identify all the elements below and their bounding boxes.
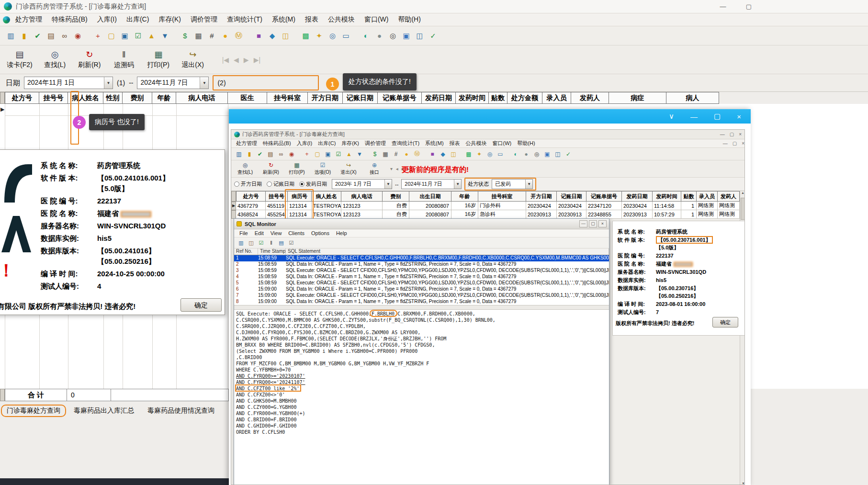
sql-log-row[interactable]: 1 15:08:59 SQL Execute: ORACLE - SELECT … <box>234 255 609 261</box>
menu-item[interactable]: 处方管理 <box>233 139 260 147</box>
toolbar-icon[interactable]: # <box>391 149 401 159</box>
toolbar-icon[interactable]: ▼ <box>355 149 364 159</box>
ok-button[interactable]: 确定 <box>712 317 738 327</box>
menu-item[interactable]: 查询统计(T) <box>389 139 422 147</box>
maximize-icon[interactable]: ▢ <box>714 112 721 121</box>
action-button[interactable]: ▦ 打印(P) <box>287 162 307 176</box>
toolbar-icon[interactable]: ▲ <box>146 30 158 42</box>
toolbar-icon[interactable]: ▦ <box>381 149 390 159</box>
toolbar-icon[interactable]: ● <box>521 149 531 159</box>
dropdown-caret-icon[interactable]: ▼ <box>384 180 392 189</box>
minimize-icon[interactable]: — <box>690 113 698 121</box>
close-icon[interactable]: × <box>742 141 744 146</box>
sql-log-row[interactable]: 6 15:09:00 SQL Data In: ORACLE - Param =… <box>234 286 609 293</box>
action-button[interactable]: ↻ 刷新(R) <box>78 50 101 69</box>
toolbar-icon[interactable]: ☑ <box>257 239 265 247</box>
toolbar-icon[interactable]: + <box>302 149 312 159</box>
bottom-tab[interactable]: 门诊毒麻处方查询 <box>1 405 66 417</box>
date-from-dropdown[interactable]: 2023年 1月 7日 ▼ <box>332 179 392 189</box>
toolbar-icon[interactable]: ✦ <box>474 149 484 159</box>
sql-log-row[interactable]: 7 15:09:00 SQL Execute: ORACLE - SELECT … <box>234 293 609 299</box>
menu-item[interactable]: 库存(K) <box>154 14 185 25</box>
toolbar-icon[interactable]: ‖ <box>267 239 275 247</box>
menu-item[interactable]: 报表 <box>301 14 323 25</box>
action-button[interactable]: ▦ 打印(P) <box>147 50 170 69</box>
record-nav-arrow-icon[interactable]: |◀ <box>222 56 229 64</box>
toolbar-icon[interactable]: ◐ <box>511 149 520 159</box>
maximize-icon[interactable]: ▢ <box>589 220 597 227</box>
date-type-radio[interactable]: 开方日期 <box>234 180 262 188</box>
toolbar-icon[interactable]: $ <box>370 149 380 159</box>
menu-item[interactable]: 出库(C) <box>315 139 338 147</box>
menu-item[interactable]: 系统(M) <box>422 139 447 147</box>
bottom-tab[interactable]: 毒麻药品出入库汇总 <box>68 405 140 417</box>
menu-item[interactable]: 帮助(H) <box>394 14 425 25</box>
toolbar-icon[interactable]: ◆ <box>266 30 278 42</box>
date-to-dropdown[interactable]: 2024年11月 7日 ▼ <box>401 179 462 189</box>
toolbar-icon[interactable]: ▤ <box>277 239 285 247</box>
toolbar-icon[interactable]: ∞ <box>58 30 70 42</box>
toolbar-icon[interactable]: ▢ <box>313 149 322 159</box>
toolbar-icon[interactable]: ▭ <box>340 30 352 42</box>
sql-log-row[interactable]: 3 15:08:59 SQL Execute: ORACLE - SELECT … <box>234 268 609 274</box>
toolbar-icon[interactable]: ▭ <box>496 149 505 159</box>
toolbar-icon[interactable]: ✦ <box>313 30 325 42</box>
toolbar-icon[interactable]: ▼ <box>159 30 171 42</box>
toolbar-icon[interactable]: ▤ <box>45 30 57 42</box>
toolbar-icon[interactable]: ◫ <box>449 149 458 159</box>
maximize-icon[interactable]: ▢ <box>733 141 737 146</box>
toolbar-icon[interactable]: ☑ <box>334 149 343 159</box>
toolbar-icon[interactable]: ▣ <box>400 30 412 42</box>
action-button[interactable]: ↪ 退出(X) <box>338 162 359 176</box>
toolbar-icon[interactable]: ◉ <box>287 149 296 159</box>
toolbar-icon[interactable]: # <box>206 30 218 42</box>
close-icon[interactable]: × <box>739 132 742 137</box>
toolbar-icon[interactable]: ☑ <box>287 239 295 247</box>
toolbar-icon[interactable]: ◎ <box>327 30 338 42</box>
dropdown-caret-icon[interactable]: ▼ <box>200 77 208 89</box>
menu-item[interactable]: File <box>236 230 251 237</box>
toolbar-icon[interactable]: ✓ <box>564 149 573 159</box>
action-button[interactable]: ‖ 追溯码 <box>112 50 136 69</box>
dropdown-caret-icon[interactable]: ▼ <box>104 77 113 89</box>
menu-item[interactable]: 查询统计(T) <box>223 14 267 25</box>
toolbar-icon[interactable]: ▥ <box>234 149 244 159</box>
toolbar-icon[interactable]: ▥ <box>237 239 245 247</box>
menu-item[interactable]: Edit <box>251 230 267 237</box>
toolbar-icon[interactable]: + <box>92 30 104 42</box>
toolbar-icon[interactable]: ● <box>373 30 385 42</box>
action-button[interactable]: ↻ 刷新(R) <box>261 162 281 176</box>
menu-item[interactable]: Options <box>308 230 333 237</box>
splitter[interactable] <box>234 305 609 310</box>
close-icon[interactable]: × <box>598 220 607 227</box>
minimize-icon[interactable]: — <box>579 220 587 227</box>
menu-item[interactable]: 调价管理 <box>362 139 389 147</box>
dropdown-caret-icon[interactable]: ▼ <box>454 180 461 189</box>
toolbar-icon[interactable]: ▲ <box>344 149 354 159</box>
toolbar-icon[interactable]: ▮ <box>245 149 254 159</box>
toolbar-icon[interactable]: ■ <box>253 30 265 42</box>
date-type-radio[interactable]: 记账日期 <box>267 180 294 188</box>
toolbar-icon[interactable]: $ <box>179 30 191 42</box>
action-button[interactable]: ◎ 查找(L) <box>43 50 67 69</box>
toolbar-icon[interactable]: ▣ <box>542 149 552 159</box>
record-nav-arrow-icon[interactable]: ▶ <box>244 56 249 64</box>
sql-log-row[interactable]: 5 15:08:59 SQL Execute: ORACLE - SELECT … <box>234 280 609 286</box>
menu-item[interactable]: 调价管理 <box>186 14 222 25</box>
toolbar-icon[interactable]: Ⓜ <box>233 30 245 42</box>
toolbar-icon[interactable]: ◎ <box>485 149 495 159</box>
action-button[interactable]: ▤ 读卡(F2) <box>7 50 33 69</box>
taskbar[interactable] <box>0 478 229 485</box>
toolbar-icon[interactable]: ✔ <box>255 149 265 159</box>
menu-item[interactable]: Clients <box>285 230 308 237</box>
menu-item[interactable]: 报表 <box>447 139 463 147</box>
toolbar-icon[interactable]: ◫ <box>280 30 292 42</box>
chevron-down-icon[interactable]: ∨ <box>669 112 674 121</box>
toolbar-icon[interactable]: ◆ <box>438 149 448 159</box>
menu-item[interactable]: 公共模块 <box>463 139 490 147</box>
date-to-dropdown[interactable]: 2024年11月 7日 ▼ <box>137 77 209 89</box>
toolbar-icon[interactable]: ▩ <box>464 149 473 159</box>
toolbar-icon[interactable]: ◫ <box>247 239 255 247</box>
bottom-tab[interactable]: 毒麻药品使用情况查询 <box>142 405 220 417</box>
sql-log-row[interactable]: 4 15:08:59 SQL Data In: ORACLE - Param =… <box>234 274 609 280</box>
